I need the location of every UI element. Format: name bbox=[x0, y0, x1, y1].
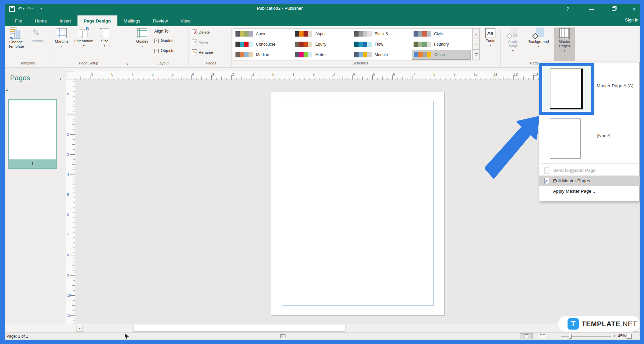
zoom-slider-thumb[interactable] bbox=[569, 334, 572, 339]
margins-icon bbox=[57, 28, 67, 38]
delete-page-button[interactable]: ✗ Delete bbox=[192, 28, 210, 36]
scroll-left-icon[interactable]: ◂ bbox=[76, 325, 83, 332]
fit-page-button[interactable] bbox=[627, 334, 632, 339]
page-indicator[interactable]: Page: 1 of 1 bbox=[6, 334, 28, 339]
zoom-slider-track[interactable] bbox=[561, 336, 611, 337]
tab-page-design[interactable]: Page Design bbox=[77, 15, 117, 26]
chevron-down-icon[interactable]: ▾ bbox=[23, 7, 24, 10]
redo-button[interactable]: ↷▾ bbox=[27, 6, 33, 12]
save-icon bbox=[9, 6, 15, 12]
master-pages-button[interactable]: Master Pages▾ bbox=[554, 28, 575, 61]
gallery-scroll-down-button[interactable]: ▾ bbox=[472, 39, 480, 50]
save-button[interactable] bbox=[9, 6, 15, 12]
pages-panel: Pages ‹ ◢ 1 bbox=[5, 68, 66, 324]
background-button[interactable]: Background▾ bbox=[524, 28, 553, 49]
guides-icon bbox=[137, 28, 147, 38]
dialog-launcher-icon[interactable]: ↘ bbox=[125, 62, 128, 65]
group-label-layout: Layout bbox=[136, 61, 190, 65]
tab-mailings[interactable]: Mailings bbox=[117, 15, 147, 26]
scheme-office[interactable]: Office bbox=[412, 50, 471, 60]
customize-qat-button[interactable]: ⋮▾ bbox=[36, 7, 42, 11]
gallery-scroll-up-button[interactable]: ▴ bbox=[472, 28, 480, 39]
scheme-civic[interactable]: Civic bbox=[412, 29, 471, 39]
scheme-name: Aspect bbox=[315, 32, 328, 36]
delete-page-icon: ✗ bbox=[192, 29, 197, 35]
h-ruler-number: 3 bbox=[212, 72, 214, 76]
tab-insert[interactable]: Insert bbox=[53, 15, 77, 26]
align-objects-checkbox[interactable]: ✓ Objects bbox=[154, 48, 174, 53]
color-schemes-gallery: ApexAspectBlack & ...CivicConcourseEquit… bbox=[233, 28, 472, 60]
zoom-out-button[interactable]: − bbox=[555, 334, 557, 339]
chevron-down-icon[interactable]: ▾ bbox=[32, 7, 34, 10]
ribbon: ↷ Change Template ✎ Options Template Mar… bbox=[5, 26, 640, 68]
horizontal-scrollbar[interactable]: ◂ ▸ bbox=[75, 324, 640, 332]
master-page-none-label: (None) bbox=[597, 133, 610, 138]
scheme-name: Civic bbox=[434, 32, 443, 36]
scheme-foundry[interactable]: Foundry bbox=[412, 39, 471, 49]
scheme-median[interactable]: Median bbox=[234, 50, 292, 60]
move-page-button[interactable]: ↷ Move bbox=[192, 38, 208, 46]
panel-flyout-icon[interactable]: ◢ bbox=[5, 89, 7, 92]
scheme-flow[interactable]: Flow bbox=[353, 39, 411, 49]
scheme-metro[interactable]: Metro bbox=[293, 50, 352, 60]
align-guides-checkbox[interactable]: ✓ Guides bbox=[154, 38, 173, 43]
scheme-concourse[interactable]: Concourse bbox=[234, 39, 292, 49]
single-page-view-button[interactable] bbox=[520, 333, 533, 339]
scheme-module[interactable]: Module bbox=[353, 50, 411, 60]
scheme-swatch bbox=[354, 52, 372, 57]
h-ruler-number: 9 bbox=[453, 72, 455, 76]
two-page-view-button[interactable] bbox=[536, 333, 549, 339]
maximize-button[interactable] bbox=[608, 5, 619, 13]
template-net-watermark: T TEMPLATE.NET bbox=[558, 316, 640, 332]
template-net-text: TEMPLATE.NET bbox=[582, 320, 637, 328]
gallery-scrollbar: ▴ ▾ ▾ bbox=[472, 28, 480, 60]
scheme-apex[interactable]: Apex bbox=[234, 29, 292, 39]
scheme-swatch bbox=[354, 31, 372, 37]
tab-view[interactable]: View bbox=[174, 15, 197, 26]
h-ruler-number: 7 bbox=[131, 72, 133, 76]
scheme-black-[interactable]: Black & ... bbox=[353, 29, 411, 39]
change-template-button[interactable]: ↷ Change Template bbox=[6, 28, 26, 49]
size-button[interactable]: Size▾ bbox=[97, 28, 113, 48]
fonts-button[interactable]: Aa Fonts▾ bbox=[482, 28, 498, 48]
vertical-ruler[interactable]: 01234567891011 bbox=[66, 80, 75, 324]
help-button[interactable]: ? bbox=[562, 5, 574, 13]
options-button[interactable]: ✎ Options bbox=[27, 28, 46, 43]
scheme-name: Metro bbox=[315, 52, 326, 57]
gallery-expand-button[interactable]: ▾ bbox=[472, 50, 480, 60]
tab-file[interactable]: File bbox=[8, 15, 29, 26]
scheme-aspect[interactable]: Aspect bbox=[293, 29, 352, 39]
guides-button[interactable]: Guides▾ bbox=[133, 28, 151, 48]
tab-review[interactable]: Review bbox=[147, 15, 174, 26]
scheme-name: Foundry bbox=[434, 42, 449, 47]
publication-page[interactable] bbox=[271, 92, 444, 315]
menu-item-edit-master-pages[interactable]: Edit Master Pages bbox=[539, 176, 640, 186]
sign-in-link[interactable]: Sign in bbox=[625, 17, 638, 22]
change-template-icon: ↷ bbox=[10, 28, 22, 39]
orientation-button[interactable]: ↻ Orientation▾ bbox=[72, 28, 96, 48]
scrollbar-thumb[interactable] bbox=[133, 325, 345, 332]
ribbon-tabs: FileHomeInsertPage DesignMailingsReviewV… bbox=[8, 15, 197, 26]
v-ruler-number: 11 bbox=[67, 313, 71, 317]
rename-page-button[interactable]: ✎ Rename bbox=[192, 48, 213, 56]
zoom-in-button[interactable]: + bbox=[613, 334, 616, 339]
menu-item-apply-master-page[interactable]: Apply Master Page... bbox=[539, 186, 640, 196]
close-button[interactable]: ✕ bbox=[629, 5, 640, 13]
minimize-button[interactable]: — bbox=[586, 5, 597, 13]
menu-item-send-to-master-page[interactable]: Send to Master Page bbox=[539, 165, 640, 176]
move-page-icon: ↷ bbox=[192, 39, 197, 45]
scheme-equity[interactable]: Equity bbox=[293, 39, 352, 49]
master-page-none-item[interactable] bbox=[550, 118, 581, 159]
rename-page-icon: ✎ bbox=[192, 49, 197, 55]
scheme-swatch bbox=[295, 52, 312, 57]
h-ruler-number: 7 bbox=[413, 72, 415, 76]
scheme-swatch bbox=[354, 42, 372, 47]
page-thumbnail-1[interactable]: 1 bbox=[8, 99, 57, 169]
undo-button[interactable]: ↶▾ bbox=[18, 6, 24, 12]
scheme-swatch bbox=[414, 52, 431, 57]
collapse-panel-icon[interactable]: ‹ bbox=[60, 76, 61, 82]
tab-home[interactable]: Home bbox=[29, 15, 53, 26]
zoom-level[interactable]: 45% bbox=[618, 334, 626, 338]
margins-button[interactable]: Margins▾ bbox=[52, 28, 71, 48]
apply-image-button[interactable]: Apply Image▾ bbox=[503, 28, 523, 53]
